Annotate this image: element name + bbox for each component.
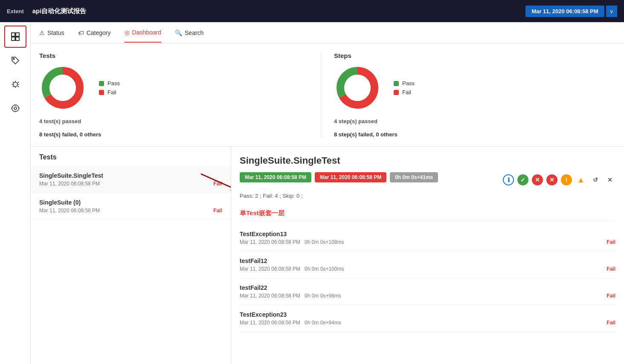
steps-fail-label: Fail xyxy=(402,89,411,95)
tests-stat-title: Tests xyxy=(39,52,55,59)
step-1-meta: Mar 11, 2020 06:08:58 PM 0h 0m 0s+100ms … xyxy=(240,266,615,272)
close-action-2[interactable]: ✕ xyxy=(546,174,557,185)
nav-search-label: Search xyxy=(185,29,203,36)
test-item-1-date: Mar 11, 2020 06:08:58 PM xyxy=(39,208,100,214)
tests-stat-card: Tests xyxy=(39,52,321,138)
tests-fail-label: Fail xyxy=(107,89,116,95)
tests-detail-row: Tests SingleSuite.SingleTest Mar 11, 202… xyxy=(31,147,624,364)
steps-pass-label: Pass xyxy=(402,80,415,87)
steps-failed-text: 8 step(s) failed, 0 others xyxy=(334,131,398,138)
steps-passed-text: 4 step(s) passed xyxy=(334,118,377,124)
steps-stat-card: Steps xyxy=(321,52,615,138)
tests-fail-legend: Fail xyxy=(99,89,120,95)
step-1-status: Fail xyxy=(607,266,615,272)
steps-stat-title: Steps xyxy=(334,52,351,59)
check-action[interactable]: ✓ xyxy=(517,174,528,185)
svg-rect-3 xyxy=(16,37,19,40)
page-title: api自动化测试报告 xyxy=(32,7,526,15)
steps-failed-info: 8 step(s) failed, 0 others xyxy=(334,131,398,138)
nav-status[interactable]: ⚠ Status xyxy=(39,23,64,42)
search-icon: 🔍 xyxy=(175,29,182,36)
steps-passed-info: 4 step(s) passed xyxy=(334,118,377,124)
svg-point-7 xyxy=(14,107,17,110)
sidebar xyxy=(0,22,31,364)
detail-header-row: Mar 11, 2020 06:08:58 PM Mar 11, 2020 06… xyxy=(240,172,615,188)
svg-point-13 xyxy=(345,76,369,100)
dashboard-icon: ◎ xyxy=(125,29,130,36)
content-area: Tests xyxy=(31,43,624,364)
step-item-1[interactable]: testFail12 Mar 11, 2020 06:08:58 PM 0h 0… xyxy=(240,251,615,278)
nav-status-label: Status xyxy=(47,29,64,36)
topbar: Extent api自动化测试报告 Mar 11, 2020 06:08:58 … xyxy=(0,0,624,22)
step-item-3[interactable]: TestException23 Mar 11, 2020 06:08:58 PM… xyxy=(240,305,615,332)
steps-donut xyxy=(334,64,381,111)
tests-failed-text: 8 test(s) failed, 0 others xyxy=(39,131,101,138)
nav-dashboard[interactable]: ◎ Dashboard xyxy=(125,23,162,43)
tests-legend: Pass Fail xyxy=(99,80,120,95)
refresh-action[interactable]: ↺ xyxy=(590,174,601,185)
tests-passed-text: 4 test(s) passed xyxy=(39,118,81,124)
datetime-badge: Mar 11, 2020 06:08:58 PM xyxy=(525,6,604,17)
tests-stat-body: Pass Fail xyxy=(39,64,120,111)
test-item-0-status: Fail xyxy=(213,181,222,187)
info-action[interactable]: ℹ xyxy=(503,174,514,185)
test-item-0-meta: Mar 11, 2020 06:08:58 PM Fail xyxy=(39,181,222,187)
test-list-item-0[interactable]: SingleSuite.SingleTest Mar 11, 2020 06:0… xyxy=(31,166,231,193)
svg-point-6 xyxy=(12,105,19,112)
tests-list-title: Tests xyxy=(31,153,231,166)
step-1-name: testFail12 xyxy=(240,257,615,264)
warning-action[interactable]: ! xyxy=(561,174,572,185)
detail-title: SingleSuite.SingleTest xyxy=(240,155,615,166)
sidebar-item-bug[interactable] xyxy=(4,73,26,95)
test-item-0-name: SingleSuite.SingleTest xyxy=(39,172,222,179)
tests-passed-info: 4 test(s) passed xyxy=(39,118,81,124)
navbar: ⚠ Status 🏷 Category ◎ Dashboard 🔍 Search xyxy=(31,22,624,43)
sidebar-item-tag[interactable] xyxy=(4,49,26,72)
step-0-datetime: Mar 11, 2020 06:08:58 PM 0h 0m 0s+108ms xyxy=(240,239,344,245)
sidebar-item-grid[interactable] xyxy=(4,26,26,48)
detail-badges: Mar 11, 2020 06:08:58 PM Mar 11, 2020 06… xyxy=(240,172,438,182)
close-action-1[interactable]: ✕ xyxy=(532,174,543,185)
step-0-meta: Mar 11, 2020 06:08:58 PM 0h 0m 0s+108ms … xyxy=(240,239,615,245)
category-icon: 🏷 xyxy=(78,29,84,36)
sidebar-item-dashboard[interactable] xyxy=(4,97,26,119)
test-item-1-name: SingleSuite (0) xyxy=(39,199,222,206)
step-1-datetime: Mar 11, 2020 06:08:58 PM 0h 0m 0s+100ms xyxy=(240,266,344,272)
step-2-name: testFail22 xyxy=(240,284,615,291)
detail-panel: SingleSuite.SingleTest Mar 11, 2020 06:0… xyxy=(231,147,624,364)
step-3-datetime: Mar 11, 2020 06:08:58 PM 0h 0m 0s+94ms xyxy=(240,320,341,326)
badge-start: Mar 11, 2020 06:08:58 PM xyxy=(240,172,311,182)
main-layout: ⚠ Status 🏷 Category ◎ Dashboard 🔍 Search xyxy=(0,22,624,364)
suite-header: 单Test嵌套一层 xyxy=(240,206,615,221)
step-3-meta: Mar 11, 2020 06:08:58 PM 0h 0m 0s+94ms F… xyxy=(240,320,615,326)
tests-failed-info: 8 test(s) failed, 0 others xyxy=(39,131,101,138)
nav-category-label: Category xyxy=(87,29,111,36)
steps-legend: Pass Fail xyxy=(394,80,415,95)
dashboard-panel: Tests xyxy=(31,43,624,364)
svg-point-10 xyxy=(51,76,75,100)
nav-dashboard-label: Dashboard xyxy=(132,29,162,36)
status-icon: ⚠ xyxy=(39,29,45,36)
triangle-action[interactable]: ▲ xyxy=(575,174,586,185)
step-2-datetime: Mar 11, 2020 06:08:58 PM 0h 0m 0s+96ms xyxy=(240,293,341,299)
test-list-item-1[interactable]: SingleSuite (0) Mar 11, 2020 06:08:58 PM… xyxy=(31,193,231,220)
test-item-1-status: Fail xyxy=(213,208,222,214)
step-item-0[interactable]: TestException13 Mar 11, 2020 06:08:58 PM… xyxy=(240,225,615,251)
tests-list-panel: Tests SingleSuite.SingleTest Mar 11, 202… xyxy=(31,147,231,364)
step-item-2[interactable]: testFail22 Mar 11, 2020 06:08:58 PM 0h 0… xyxy=(240,278,615,305)
test-item-0-date: Mar 11, 2020 06:08:58 PM xyxy=(39,181,100,187)
step-0-name: TestException13 xyxy=(240,231,615,237)
nav-category[interactable]: 🏷 Category xyxy=(78,23,111,42)
fail-dot xyxy=(99,90,104,95)
close-action-main[interactable]: ✕ xyxy=(604,174,615,185)
tests-pass-legend: Pass xyxy=(99,80,120,87)
test-item-1-meta: Mar 11, 2020 06:08:58 PM Fail xyxy=(39,208,222,214)
tests-pass-label: Pass xyxy=(107,80,120,87)
detail-summary: Pass: 2 ; Fail: 4 ; Skip: 0 ; xyxy=(240,193,615,199)
tests-donut xyxy=(39,64,86,111)
nav-search[interactable]: 🔍 Search xyxy=(175,23,203,42)
detail-actions: ℹ ✓ ✕ ✕ ! ▲ ↺ ✕ xyxy=(503,174,615,185)
step-0-status: Fail xyxy=(607,239,615,245)
svg-point-4 xyxy=(13,58,14,60)
stats-row: Tests xyxy=(31,43,624,147)
